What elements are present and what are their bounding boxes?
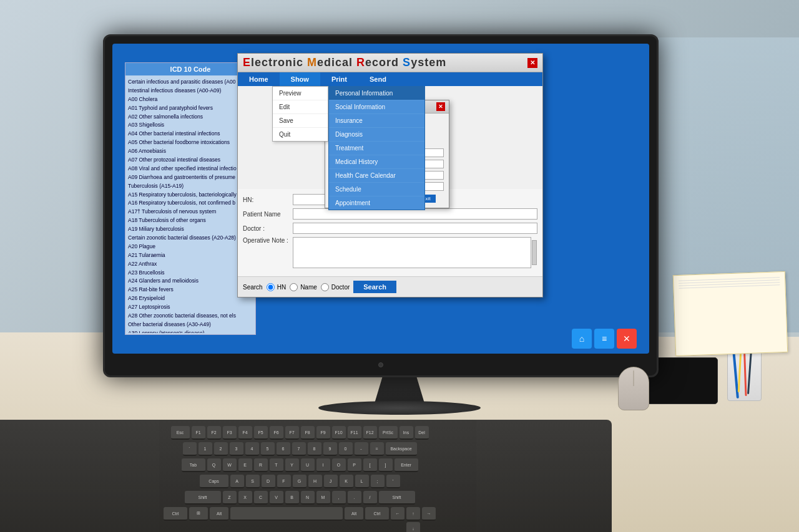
key-period[interactable]: . [348, 491, 361, 505]
icd-list-item[interactable]: A22 Anthrax [128, 260, 253, 269]
key-c[interactable]: C [254, 491, 268, 505]
submenu-insurance[interactable]: Insurance [329, 114, 424, 128]
key-f11[interactable]: F11 [348, 426, 361, 440]
submenu-social-info[interactable]: Social Information [329, 100, 424, 114]
key-minus[interactable]: - [355, 442, 368, 456]
key-semicolon[interactable]: ; [371, 475, 385, 488]
key-enter[interactable]: Enter [395, 458, 418, 472]
icd-list-item[interactable]: A04 Other bacterial intestinal infection… [128, 130, 253, 138]
submenu-diagnosis[interactable]: Diagnosis [329, 128, 424, 142]
key-v[interactable]: V [270, 491, 283, 505]
key-u[interactable]: U [301, 458, 315, 472]
key-h[interactable]: H [308, 475, 322, 488]
dropdown-quit[interactable]: Quit [273, 128, 328, 141]
key-3[interactable]: 3 [230, 442, 243, 456]
key-f5[interactable]: F5 [254, 426, 268, 440]
icd-list-item[interactable]: A16 Respiratory tuberculosis, not confir… [128, 199, 253, 208]
submenu-medical-history[interactable]: Medical History [329, 155, 424, 169]
key-d[interactable]: D [262, 475, 275, 488]
key-lshift[interactable]: Shift [185, 491, 221, 505]
key-t[interactable]: T [270, 458, 283, 472]
icd-list-item[interactable]: Certain infectious and parasitic disease… [128, 78, 253, 87]
key-o[interactable]: O [332, 458, 346, 472]
key-alt-right[interactable]: Alt [345, 507, 363, 521]
key-f10[interactable]: F10 [332, 426, 346, 440]
radio-doctor[interactable] [321, 283, 329, 291]
icd-list-item[interactable]: A07 Other protozoal intestinal diseases [128, 156, 253, 165]
submenu-treatment[interactable]: Treatment [329, 142, 424, 155]
icd-list-item[interactable]: Certain zoonotic bacterial diseases (A20… [128, 234, 253, 243]
key-rbracket[interactable]: ] [379, 458, 393, 472]
menu-send[interactable]: Send [358, 72, 398, 86]
key-8[interactable]: 8 [308, 442, 321, 456]
submenu-schedule[interactable]: Schedule [329, 183, 424, 196]
key-prtsc[interactable]: PrtSc [379, 426, 398, 440]
key-space[interactable] [230, 507, 343, 521]
key-l[interactable]: L [355, 475, 369, 488]
doc-icon-button[interactable]: ≡ [594, 329, 614, 349]
icd-list-item[interactable]: A20 Plague [128, 243, 253, 251]
close-icon-button[interactable]: ✕ [617, 329, 637, 349]
key-f7[interactable]: F7 [285, 426, 299, 440]
key-f4[interactable]: F4 [238, 426, 252, 440]
radio-hn[interactable] [267, 283, 275, 291]
icd-list-item[interactable]: A05 Other bacterial foodborne intoxicati… [128, 138, 253, 147]
key-0[interactable]: 0 [339, 442, 353, 456]
icd-list-item[interactable]: A21 Tularaemia [128, 251, 253, 260]
key-m[interactable]: M [316, 491, 330, 505]
key-j[interactable]: J [324, 475, 338, 488]
icd-list-item[interactable]: A23 Brucellosis [128, 269, 253, 278]
icd-list-item[interactable]: A09 Diarrhoea and gastroenteritis of pre… [128, 173, 253, 182]
key-n[interactable]: N [301, 491, 315, 505]
menu-show[interactable]: Show [280, 72, 320, 86]
key-1[interactable]: 1 [199, 442, 212, 456]
icd-list-item[interactable]: A08 Viral and other specified intestinal… [128, 165, 253, 173]
key-equals[interactable]: = [370, 442, 384, 456]
key-f9[interactable]: F9 [316, 426, 330, 440]
submenu-health-care[interactable]: Health Care Calendar [329, 169, 424, 183]
icd-list-item[interactable]: A24 Glanders and melioidosis [128, 277, 253, 286]
key-backtick[interactable]: ` [183, 442, 197, 456]
key-r[interactable]: R [254, 458, 268, 472]
icd-list-item[interactable]: A01 Typhoid and paratyphoid fevers [128, 104, 253, 113]
key-g[interactable]: G [293, 475, 306, 488]
operative-textarea[interactable] [293, 237, 531, 268]
icd-list-area[interactable]: Certain infectious and parasitic disease… [125, 75, 255, 333]
key-ctrl-right[interactable]: Ctrl [365, 507, 389, 521]
key-esc[interactable]: Esc [171, 426, 190, 440]
key-arrow-up[interactable]: ↑ [406, 507, 420, 521]
key-4[interactable]: 4 [245, 442, 259, 456]
key-alt-left[interactable]: Alt [210, 507, 228, 521]
icd-list-item[interactable]: A26 Erysipeloid [128, 294, 253, 303]
key-backspace[interactable]: Backspace [386, 442, 417, 456]
dropdown-edit[interactable]: Edit [273, 100, 328, 114]
key-f3[interactable]: F3 [223, 426, 237, 440]
key-7[interactable]: 7 [292, 442, 306, 456]
key-p[interactable]: P [348, 458, 361, 472]
key-tab[interactable]: Tab [182, 458, 205, 472]
radio-name[interactable] [290, 283, 298, 291]
submenu-appointment[interactable]: Appointment [329, 196, 424, 210]
icd-list-item[interactable]: A06 Amoebiasis [128, 147, 253, 156]
key-9[interactable]: 9 [323, 442, 337, 456]
home-icon-button[interactable]: ⌂ [572, 329, 592, 349]
key-f8[interactable]: F8 [301, 426, 315, 440]
key-6[interactable]: 6 [277, 442, 290, 456]
key-f1[interactable]: F1 [192, 426, 205, 440]
key-2[interactable]: 2 [214, 442, 228, 456]
dropdown-preview[interactable]: Preview [273, 87, 328, 100]
key-arrow-left[interactable]: ← [391, 507, 404, 521]
icd-list-item[interactable]: A18 Tuberculosis of other organs [128, 216, 253, 225]
icd-list-item[interactable]: A27 Leptospirosis [128, 303, 253, 312]
icd-list-item[interactable]: Intestinal infectious diseases (A00-A09) [128, 87, 253, 95]
key-q[interactable]: Q [207, 458, 221, 472]
icd-list-item[interactable]: A17† Tuberculosis of nervous system [128, 208, 253, 216]
key-b[interactable]: B [285, 491, 299, 505]
key-rshift[interactable]: Shift [379, 491, 415, 505]
key-z[interactable]: Z [223, 491, 237, 505]
doctor-input[interactable] [293, 223, 537, 234]
icd-list-item[interactable]: A28 Other zoonotic bacterial diseases, n… [128, 312, 253, 321]
key-caps[interactable]: Caps [200, 475, 228, 488]
search-button[interactable]: Search [353, 281, 396, 293]
key-comma[interactable]: , [332, 491, 346, 505]
